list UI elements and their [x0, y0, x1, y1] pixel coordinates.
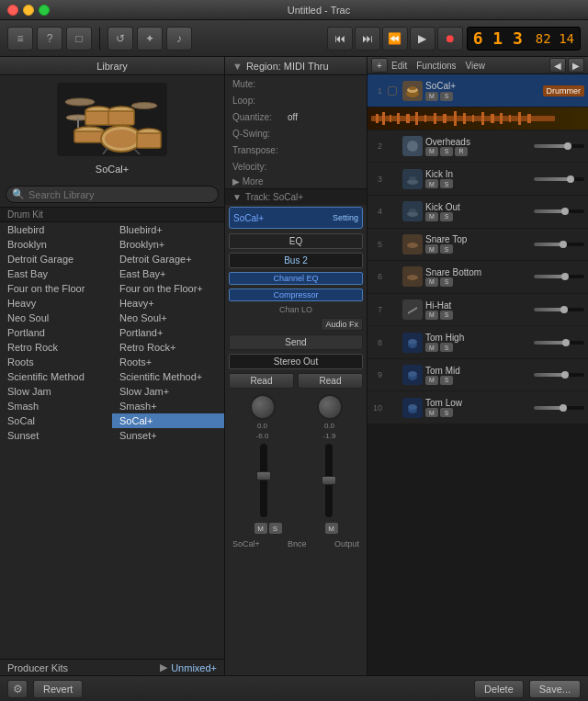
kit-item[interactable]: Bluebird+: [112, 222, 224, 237]
fader-track-1[interactable]: [260, 444, 267, 517]
s-5[interactable]: S: [440, 244, 453, 254]
send-btn[interactable]: Send: [229, 334, 363, 350]
s-10[interactable]: S: [440, 408, 453, 417]
rewind-btn[interactable]: ⏮: [327, 27, 353, 51]
drum-track-row-1[interactable]: 1 SoCal+ M S Drummer: [368, 74, 588, 107]
track-row-6[interactable]: 6 Snare Bottom MS: [368, 261, 588, 294]
m-10[interactable]: M: [425, 408, 438, 417]
expand-btn[interactable]: ▶: [568, 58, 584, 73]
kit-item-socal-plus[interactable]: SoCal+: [112, 413, 224, 428]
fader-track-2[interactable]: [325, 444, 333, 517]
close-button[interactable]: [7, 5, 18, 16]
minimize-button[interactable]: [23, 5, 34, 16]
kit-item[interactable]: Slow Jam+: [112, 384, 224, 399]
knob-1[interactable]: [250, 394, 276, 420]
kit-item[interactable]: Portland: [0, 325, 112, 340]
volume-slider-10[interactable]: [534, 406, 584, 410]
volume-slider-4[interactable]: [534, 209, 584, 213]
view-label[interactable]: View: [466, 61, 486, 71]
kit-item[interactable]: Bluebird: [0, 222, 112, 237]
track-row-5[interactable]: 5 Snare Top MS: [368, 229, 588, 262]
kit-item[interactable]: Detroit Garage: [0, 252, 112, 266]
track-row-9[interactable]: 9 Tom Mid MS: [368, 359, 588, 392]
m-3[interactable]: M: [425, 179, 438, 188]
edit-label[interactable]: Edit: [391, 61, 407, 71]
knob-2[interactable]: [317, 394, 343, 420]
m-6[interactable]: M: [425, 277, 438, 287]
m-btn-2[interactable]: M: [325, 523, 338, 534]
volume-slider-9[interactable]: [534, 373, 584, 377]
m-5[interactable]: M: [425, 244, 438, 254]
kit-item[interactable]: Smash+: [112, 399, 224, 413]
volume-slider-8[interactable]: [534, 341, 584, 345]
kit-item[interactable]: Neo Soul: [0, 311, 112, 325]
track-mute-1[interactable]: [385, 85, 400, 96]
library-btn[interactable]: ≡: [7, 27, 33, 51]
s-8[interactable]: S: [440, 343, 453, 352]
add-track-btn[interactable]: +: [371, 58, 388, 73]
track-row-10[interactable]: 10 Tom Low MS: [368, 391, 588, 424]
functions-label[interactable]: Functions: [416, 61, 456, 71]
kit-item[interactable]: Neo Soul+: [112, 311, 224, 325]
kit-item-east-bay[interactable]: East Bay: [0, 266, 112, 281]
play-btn[interactable]: ▶: [410, 27, 435, 51]
browser-btn[interactable]: □: [66, 27, 92, 51]
kit-item[interactable]: Scientific Method: [0, 369, 112, 384]
s-7[interactable]: S: [440, 311, 453, 320]
bus2-insert[interactable]: Bus 2: [229, 253, 363, 268]
loop-btn[interactable]: ↺: [107, 27, 133, 51]
s-6[interactable]: S: [440, 277, 453, 287]
collapse-btn[interactable]: ◀: [549, 58, 566, 73]
back-btn[interactable]: ⏪: [382, 27, 408, 51]
s-btn-1[interactable]: S: [269, 523, 282, 534]
s-2[interactable]: S: [440, 147, 453, 156]
kit-item[interactable]: Brooklyn: [0, 237, 112, 252]
channel-eq-insert[interactable]: Channel EQ: [229, 272, 363, 285]
track-row-7[interactable]: 7 Hi-Hat MS: [368, 294, 588, 327]
revert-button[interactable]: Revert: [33, 680, 83, 698]
kit-item[interactable]: Scientific Method+: [112, 369, 224, 384]
volume-slider-7[interactable]: [534, 308, 584, 311]
volume-slider-3[interactable]: [534, 177, 584, 181]
kit-item[interactable]: Slow Jam: [0, 384, 112, 399]
volume-slider-5[interactable]: [534, 243, 584, 246]
gear-button[interactable]: ⚙: [7, 680, 28, 698]
delete-button[interactable]: Delete: [474, 680, 524, 698]
track-row-2[interactable]: 2 Overheads MSR: [368, 130, 588, 164]
save-button[interactable]: Save...: [529, 680, 581, 698]
kit-item[interactable]: Retro Rock+: [112, 340, 224, 355]
track-row-4[interactable]: 4 Kick Out MS: [368, 196, 588, 229]
r-2[interactable]: R: [455, 147, 468, 156]
read-btn-1[interactable]: Read: [229, 373, 294, 389]
midi-btn[interactable]: ♪: [166, 27, 192, 51]
audio-fx-btn[interactable]: Audio Fx: [321, 318, 363, 331]
track-row-3[interactable]: 3 Kick In MS: [368, 163, 588, 196]
s-3[interactable]: S: [440, 179, 453, 188]
kit-item[interactable]: Four on the Floor: [0, 281, 112, 296]
midi-more-btn[interactable]: ▶ More: [225, 175, 367, 188]
kit-item[interactable]: Brooklyn+: [112, 237, 224, 252]
s-btn-track-1[interactable]: S: [440, 92, 453, 101]
m-4[interactable]: M: [425, 212, 438, 221]
volume-slider-6[interactable]: [534, 275, 584, 278]
kit-item[interactable]: Smash: [0, 399, 112, 413]
setting-btn[interactable]: Setting: [333, 213, 358, 222]
kit-item[interactable]: Portland+: [112, 325, 224, 340]
info-btn[interactable]: ?: [37, 27, 62, 51]
m-btn-1[interactable]: M: [254, 523, 267, 534]
maximize-button[interactable]: [39, 5, 50, 16]
kit-item[interactable]: Heavy: [0, 296, 112, 311]
search-bar[interactable]: 🔍: [6, 186, 219, 203]
kit-item[interactable]: Roots+: [112, 355, 224, 369]
kit-item[interactable]: Detroit Garage+: [112, 252, 224, 266]
m-7[interactable]: M: [425, 311, 438, 320]
edit-btn[interactable]: ✦: [137, 27, 163, 51]
kit-item[interactable]: Sunset+: [112, 428, 224, 443]
m-8[interactable]: M: [425, 343, 438, 352]
kit-item[interactable]: Roots: [0, 355, 112, 369]
m-2[interactable]: M: [425, 147, 438, 156]
kit-item[interactable]: Retro Rock: [0, 340, 112, 355]
fast-fwd-btn[interactable]: ⏭: [355, 27, 380, 51]
s-9[interactable]: S: [440, 376, 453, 385]
m-btn-track-1[interactable]: M: [425, 92, 438, 101]
